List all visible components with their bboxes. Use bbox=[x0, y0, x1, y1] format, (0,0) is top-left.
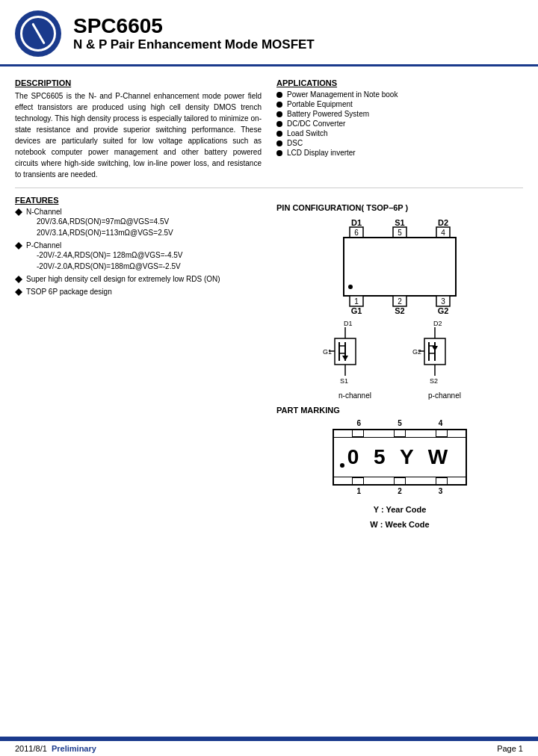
description-title: DESCRIPTION bbox=[15, 78, 262, 87]
svg-text:5: 5 bbox=[398, 229, 402, 237]
n-channel-label: n-channel bbox=[321, 391, 389, 400]
description-body: The SPC6605 is the N- and P-Channel enha… bbox=[15, 90, 262, 180]
svg-text:G1: G1 bbox=[351, 306, 362, 315]
features-section: FEATURES N-Channel 20V/3.6A,RDS(ON)=97mΩ… bbox=[15, 196, 262, 533]
week-code-legend: W : Week Code bbox=[325, 518, 474, 533]
list-item: Portable Equipment bbox=[276, 100, 523, 108]
part-marking-section: PART MARKING 6 5 4 bbox=[276, 406, 523, 533]
header-text: SPC6605 N & P Pair Enhancement Mode MOSF… bbox=[73, 15, 315, 53]
svg-text:1: 1 bbox=[354, 297, 359, 306]
main-content: DESCRIPTION The SPC6605 is the N- and P-… bbox=[0, 66, 538, 539]
svg-text:G1: G1 bbox=[323, 348, 332, 356]
features-title: FEATURES bbox=[15, 196, 262, 205]
svg-text:D1: D1 bbox=[344, 320, 353, 327]
part-number: SPC6605 bbox=[73, 15, 315, 38]
tsop-diagram: D1 S1 D2 6 5 4 bbox=[325, 218, 474, 315]
header: SPC6605 N & P Pair Enhancement Mode MOSF… bbox=[0, 0, 538, 66]
svg-text:D2: D2 bbox=[438, 218, 448, 227]
list-item: DC/DC Converter bbox=[276, 120, 523, 128]
p-channel-label: p-channel bbox=[411, 391, 478, 400]
n-channel-circuit: D1 G1 S bbox=[321, 320, 389, 400]
list-item: DSC bbox=[276, 139, 523, 147]
svg-text:S1: S1 bbox=[340, 377, 348, 385]
pin-config-section: PIN CONFIGURATION( TSOP–6P ) D1 S1 D2 6 … bbox=[276, 203, 523, 533]
footer-page: Page 1 bbox=[497, 744, 523, 753]
svg-rect-13 bbox=[344, 238, 456, 296]
description-section: DESCRIPTION The SPC6605 is the N- and P-… bbox=[15, 78, 262, 180]
svg-text:G2: G2 bbox=[438, 306, 449, 315]
feature-item-n: N-Channel 20V/3.6A,RDS(ON)=97mΩ@VGS=4.5V… bbox=[15, 208, 262, 238]
footer: 2011/8/1 Preliminary Page 1 bbox=[0, 737, 538, 756]
p-channel-circuit: D2 G2 S2 p-channel bbox=[411, 320, 478, 400]
svg-text:6: 6 bbox=[354, 229, 359, 237]
svg-text:3: 3 bbox=[441, 297, 445, 306]
part-subtitle: N & P Pair Enhancement Mode MOSFET bbox=[73, 37, 315, 52]
svg-text:G2: G2 bbox=[412, 348, 421, 356]
year-code-legend: Y : Year Code bbox=[325, 503, 474, 518]
applications-title: APPLICATIONS bbox=[276, 78, 523, 87]
diamond-icon bbox=[15, 288, 22, 296]
applications-list: Power Management in Note book Portable E… bbox=[276, 90, 523, 157]
svg-text:D1: D1 bbox=[351, 218, 362, 227]
svg-text:S2: S2 bbox=[395, 306, 404, 315]
list-item: Load Switch bbox=[276, 129, 523, 137]
feature-item-p: P-Channel -20V/-2.4A,RDS(ON)= 128mΩ@VGS=… bbox=[15, 241, 262, 272]
list-item: Battery Powered System bbox=[276, 110, 523, 118]
company-logo bbox=[15, 10, 61, 57]
p-channel-svg: D2 G2 S2 bbox=[411, 320, 478, 387]
svg-text:2: 2 bbox=[398, 297, 402, 306]
feature-item-tsop: TSOP 6P package design bbox=[15, 288, 262, 297]
diamond-icon bbox=[15, 276, 22, 283]
marking-text: 0 5 Y W bbox=[347, 445, 453, 468]
svg-marker-1 bbox=[15, 242, 22, 250]
feature-item-super: Super high density cell design for extre… bbox=[15, 275, 262, 285]
list-item: Power Management in Note book bbox=[276, 90, 523, 99]
applications-section: APPLICATIONS Power Management in Note bo… bbox=[276, 78, 523, 180]
n-channel-svg: D1 G1 S bbox=[321, 320, 389, 387]
list-item: LCD Display inverter bbox=[276, 149, 523, 157]
pin-config-title: PIN CONFIGURATION( TSOP–6P ) bbox=[276, 203, 523, 212]
svg-point-14 bbox=[348, 285, 353, 289]
footer-date: 2011/8/1 bbox=[15, 744, 47, 753]
diamond-icon bbox=[15, 242, 22, 250]
feature-sub: -20V/-2.4A,RDS(ON)= 128mΩ@VGS=-4.5V -20V… bbox=[26, 250, 262, 272]
svg-text:D2: D2 bbox=[433, 320, 442, 327]
part-marking-title: PART MARKING bbox=[276, 406, 523, 415]
svg-text:4: 4 bbox=[441, 229, 445, 237]
svg-text:S2: S2 bbox=[430, 377, 438, 385]
footer-preliminary: Preliminary bbox=[52, 744, 96, 753]
feature-sub: 20V/3.6A,RDS(ON)=97mΩ@VGS=4.5V 20V/3.1A,… bbox=[26, 216, 262, 238]
svg-marker-0 bbox=[15, 208, 22, 216]
svg-marker-3 bbox=[15, 288, 22, 296]
svg-text:S1: S1 bbox=[395, 218, 404, 227]
diamond-icon bbox=[15, 208, 22, 216]
footer-text: 2011/8/1 Preliminary Page 1 bbox=[0, 741, 538, 756]
footer-date-prelim: 2011/8/1 Preliminary bbox=[15, 744, 96, 753]
marking-box: 6 5 4 bbox=[276, 419, 523, 533]
svg-marker-2 bbox=[15, 276, 22, 283]
